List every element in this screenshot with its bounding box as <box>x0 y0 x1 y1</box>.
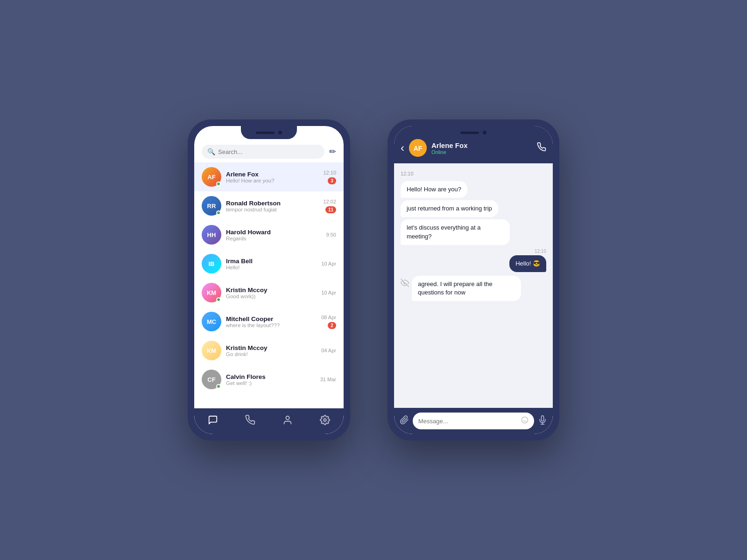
contact-name-irma-bell: Irma Bell <box>226 258 317 265</box>
contact-preview-kristin-mccoy-2: Go drink! <box>226 351 317 357</box>
contact-preview-harold-howard: Regards <box>226 236 322 241</box>
contact-name-kristin-mccoy-1: Kristin Mccoy <box>226 287 317 294</box>
message-input[interactable] <box>418 418 521 425</box>
attach-button[interactable] <box>400 415 409 427</box>
contact-meta-calvin-flores: 31 Mar <box>320 377 336 382</box>
avatar-wrap: MC <box>202 312 221 331</box>
contact-meta-kristin-mccoy-2: 04 Apr <box>321 348 336 353</box>
message-bubble-incoming-3: let's discuss everything at a meeting? <box>401 219 510 245</box>
unread-badge-arlene-fox: 3 <box>328 177 336 184</box>
contact-item-mitchell-cooper[interactable]: MC Mitchell Cooper where is the layout??… <box>194 307 344 336</box>
svg-point-1 <box>324 419 326 421</box>
contact-meta-ronald-robertson: 12:02 11 <box>323 199 336 213</box>
search-input[interactable] <box>218 148 319 155</box>
avatar-irma-bell: IB <box>202 254 221 273</box>
contact-name-calvin-flores: Calvin Flores <box>226 373 316 380</box>
contact-info-harold-howard: Harold Howard Regards <box>226 229 322 241</box>
nav-phone-icon[interactable] <box>245 415 255 427</box>
avatar-wrap: AF <box>202 167 221 187</box>
contact-preview-calvin-flores: Get well! :) <box>226 380 316 386</box>
call-button[interactable] <box>537 142 546 154</box>
contact-info-kristin-mccoy-2: Kristin Mccoy Go drink! <box>226 344 317 357</box>
contact-time-ronald-robertson: 12:02 <box>323 199 336 204</box>
contact-item-harold-howard[interactable]: HH Harold Howard Regards 9:50 <box>194 220 344 249</box>
search-bar: 🔍 ✏ <box>194 139 344 162</box>
camera-left <box>278 131 282 134</box>
chat-header-info: Arlene Fox Online <box>431 141 532 155</box>
messages-area: 12:10 Hello! How are you? just returned … <box>394 163 553 408</box>
avatar-harold-howard: HH <box>202 225 221 245</box>
speaker-left <box>256 132 275 134</box>
chat-input-area <box>394 408 553 434</box>
left-phone: 🔍 ✏ AF Arlene Fox Hello! How are you? 12… <box>188 119 350 441</box>
contact-preview-ronald-robertson: tempor nostrud fugiat <box>226 207 318 212</box>
chat-screen: ‹ AF Arlene Fox Online 12:10 <box>394 126 553 434</box>
avatar-wrap: KM <box>202 283 221 302</box>
avatar-wrap: KM <box>202 341 221 360</box>
contact-preview-kristin-mccoy-1: Good work)) <box>226 294 317 299</box>
contact-item-kristin-mccoy-1[interactable]: KM Kristin Mccoy Good work)) 10 Apr <box>194 278 344 307</box>
contact-info-ronald-robertson: Ronald Robertson tempor nostrud fugiat <box>226 200 318 212</box>
mic-button[interactable] <box>538 415 547 427</box>
phone-notch-right <box>445 126 501 139</box>
chat-contact-name: Arlene Fox <box>431 141 532 149</box>
search-icon: 🔍 <box>207 148 215 155</box>
message-input-wrap[interactable] <box>413 413 534 429</box>
avatar-wrap: CF <box>202 370 221 389</box>
speaker-right <box>460 132 479 134</box>
contact-time-arlene-fox: 12:10 <box>323 170 336 175</box>
contact-item-calvin-flores[interactable]: CF Calvin Flores Get well! :) 31 Mar <box>194 365 344 394</box>
contact-time-harold-howard: 9:50 <box>326 232 336 238</box>
nav-contacts-icon[interactable] <box>282 415 293 427</box>
contact-name-ronald-robertson: Ronald Robertson <box>226 200 318 207</box>
avatar-wrap: HH <box>202 225 221 245</box>
contact-meta-mitchell-cooper: 08 Apr 2 <box>321 315 336 329</box>
nav-settings-icon[interactable] <box>320 415 330 427</box>
contact-preview-mitchell-cooper: where is the layout??? <box>226 322 317 328</box>
right-phone: ‹ AF Arlene Fox Online 12:10 <box>388 119 559 441</box>
outgoing-message-wrap: 12:10 Hello! 😎 <box>401 249 546 272</box>
contact-time-mitchell-cooper: 08 Apr <box>321 315 336 320</box>
contact-info-mitchell-cooper: Mitchell Cooper where is the layout??? <box>226 315 317 328</box>
contact-info-calvin-flores: Calvin Flores Get well! :) <box>226 373 316 386</box>
contact-meta-irma-bell: 10 Apr <box>321 261 336 266</box>
contact-meta-harold-howard: 9:50 <box>326 232 336 238</box>
online-dot <box>216 384 221 389</box>
message-bubble-incoming: Hello! How are you? <box>401 181 467 198</box>
contact-meta-arlene-fox: 12:10 3 <box>323 170 336 184</box>
contact-preview-irma-bell: Hello! <box>226 265 317 270</box>
emoji-button[interactable] <box>521 416 529 426</box>
online-dot <box>216 297 221 302</box>
search-input-wrap[interactable]: 🔍 <box>202 145 324 159</box>
contact-item-arlene-fox[interactable]: AF Arlene Fox Hello! How are you? 12:10 … <box>194 162 344 191</box>
contact-item-irma-bell[interactable]: IB Irma Bell Hello! 10 Apr <box>194 249 344 278</box>
contact-time-calvin-flores: 31 Mar <box>320 377 336 382</box>
svg-point-0 <box>286 416 289 420</box>
chat-list-screen: 🔍 ✏ AF Arlene Fox Hello! How are you? 12… <box>194 126 344 434</box>
contact-time-kristin-mccoy-1: 10 Apr <box>321 290 336 295</box>
contacts-list: AF Arlene Fox Hello! How are you? 12:10 … <box>194 162 344 408</box>
online-dot <box>216 210 221 215</box>
chat-contact-status: Online <box>431 149 532 155</box>
contact-info-arlene-fox: Arlene Fox Hello! How are you? <box>226 171 318 183</box>
nav-chat-icon[interactable] <box>208 415 218 427</box>
avatar-kristin-mccoy-2: KM <box>202 341 221 360</box>
contact-name-mitchell-cooper: Mitchell Cooper <box>226 315 317 322</box>
eye-off-icon <box>401 279 409 289</box>
contact-item-kristin-mccoy-2[interactable]: KM Kristin Mccoy Go drink! 04 Apr <box>194 336 344 365</box>
incoming-message-group: Hello! How are you? just returned from a… <box>401 181 546 245</box>
bottom-nav <box>194 408 344 434</box>
message-time-stamp: 12:10 <box>401 171 546 176</box>
contact-info-kristin-mccoy-1: Kristin Mccoy Good work)) <box>226 287 317 299</box>
contact-name-kristin-mccoy-2: Kristin Mccoy <box>226 344 317 351</box>
back-button[interactable]: ‹ <box>401 142 404 154</box>
contact-info-irma-bell: Irma Bell Hello! <box>226 258 317 270</box>
unread-badge-mitchell-cooper: 2 <box>328 322 336 329</box>
compose-button[interactable]: ✏ <box>329 147 336 157</box>
contact-item-ronald-robertson[interactable]: RR Ronald Robertson tempor nostrud fugia… <box>194 191 344 220</box>
message-bubble-incoming-2: just returned from a working trip <box>401 200 498 217</box>
contact-name-arlene-fox: Arlene Fox <box>226 171 318 178</box>
outgoing-time: 12:10 <box>535 249 546 254</box>
unread-badge-ronald-robertson: 11 <box>325 206 336 213</box>
message-bubble-outgoing: Hello! 😎 <box>509 255 546 272</box>
